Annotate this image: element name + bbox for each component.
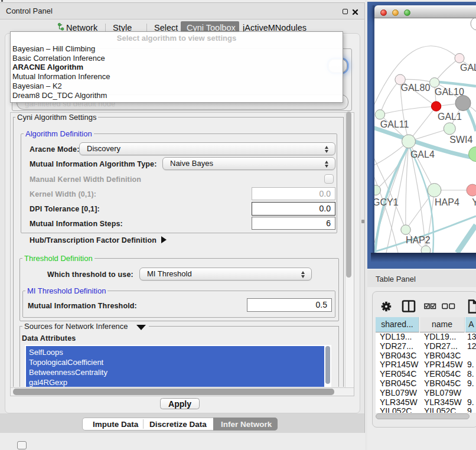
svg-text:HAP4: HAP4 bbox=[435, 197, 459, 207]
svg-text:Y: Y bbox=[472, 197, 476, 207]
svg-text:HAP2: HAP2 bbox=[406, 235, 431, 245]
svg-text:GAL7: GAL7 bbox=[460, 63, 476, 73]
svg-text:GAL11: GAL11 bbox=[380, 119, 409, 129]
svg-text:GCY1: GCY1 bbox=[374, 197, 399, 207]
svg-text:GAL4: GAL4 bbox=[410, 149, 435, 159]
svg-text:GAL80: GAL80 bbox=[401, 83, 431, 93]
svg-text:GAL1: GAL1 bbox=[438, 112, 462, 122]
svg-text:SWI4: SWI4 bbox=[449, 135, 472, 145]
svg-text:GAL10: GAL10 bbox=[435, 87, 464, 97]
